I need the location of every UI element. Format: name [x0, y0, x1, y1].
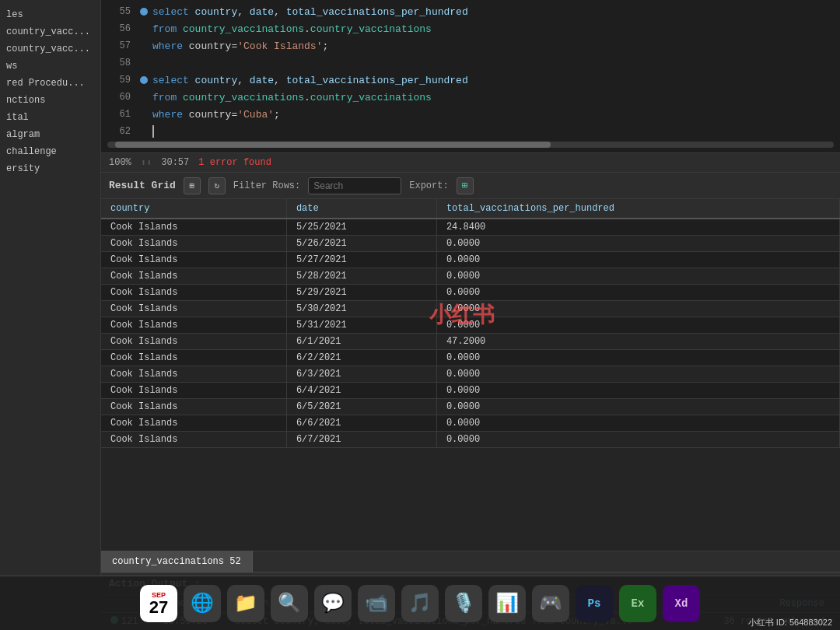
code-text-56: from country_vaccinations.country_vaccin… — [152, 23, 432, 35]
sidebar-item-ws[interactable]: ws — [0, 58, 100, 75]
table-cell: 0.0000 — [436, 236, 839, 252]
table-cell: 0.0000 — [436, 350, 839, 366]
table-cell: 6/6/2021 — [286, 415, 436, 432]
col-date: date — [286, 199, 436, 219]
line-num-56: 56 — [107, 23, 131, 34]
dock-calendar[interactable]: SEP 27 — [140, 585, 177, 622]
table-cell: 0.0000 — [436, 415, 839, 432]
dock-charts[interactable]: 📊 — [488, 585, 526, 622]
dock-facetime[interactable]: 📹 — [358, 585, 395, 622]
tab-country-vaccinations[interactable]: country_vaccinations 52 — [101, 551, 253, 572]
dock-excel[interactable]: Ex — [619, 585, 656, 622]
sidebar-item-algram[interactable]: algram — [0, 126, 100, 143]
table-cell: 24.8400 — [436, 219, 839, 236]
code-line-59: 59 select country, date, total_vaccinati… — [101, 72, 840, 89]
sidebar-item-nctions[interactable]: nctions — [0, 92, 100, 109]
table-cell: Cook Islands — [101, 399, 286, 415]
table-cell: 0.0000 — [436, 252, 839, 268]
dock-watermark-label: 小红书 ID: 564883022 — [748, 617, 832, 628]
result-toolbar: Result Grid ⊞ ↻ Filter Rows: Export: ⊞ — [101, 173, 840, 199]
table-cell: Cook Islands — [101, 350, 286, 366]
dock-photos[interactable]: 🔍 — [271, 585, 308, 622]
text-cursor — [152, 125, 154, 138]
sidebar-item-les[interactable]: les — [0, 6, 100, 23]
screen: les country_vacc... country_vacc... ws r… — [0, 0, 840, 630]
line-num-55: 55 — [107, 6, 131, 17]
dock-messages[interactable]: 💬 — [314, 585, 352, 622]
col-total-vacc: total_vaccinations_per_hundred — [436, 199, 839, 219]
code-text-59: select country, date, total_vaccinations… — [152, 75, 468, 86]
code-line-55: 55 select country, date, total_vaccinati… — [101, 3, 840, 20]
code-line-58: 58 — [101, 54, 840, 72]
zoom-level: 100% — [109, 157, 131, 168]
dock-game[interactable]: 🎮 — [532, 585, 569, 622]
table-cell: 6/5/2021 — [286, 399, 436, 415]
error-indicator: 1 error found — [198, 157, 271, 168]
refresh-btn[interactable]: ↻ — [208, 177, 226, 194]
line-num-57: 57 — [107, 40, 131, 51]
export-label: Export: — [409, 180, 448, 191]
table-cell: 5/25/2021 — [286, 219, 436, 236]
editor-scrollbar[interactable] — [107, 142, 834, 148]
code-text-57: where country='Cook Islands'; — [152, 40, 328, 52]
code-line-56: 56 from country_vaccinations.country_vac… — [101, 20, 840, 37]
table-cell: Cook Islands — [101, 268, 286, 285]
sidebar-item-rp[interactable]: red Procedu... — [0, 75, 100, 92]
sidebar-item-challenge[interactable]: challenge — [0, 143, 100, 160]
dock: SEP 27 🌐 📁 🔍 💬 📹 🎵 🎙️ 📊 🎮 Ps Ex Xd 小红书 I… — [0, 576, 840, 630]
code-text-61: where country='Cuba'; — [152, 109, 280, 121]
table-cell: Cook Islands — [101, 366, 286, 383]
table-cell: Cook Islands — [101, 285, 286, 301]
code-line-61: 61 where country='Cuba'; — [101, 106, 840, 123]
table-cell: 5/28/2021 — [286, 268, 436, 285]
grid-view-btn[interactable]: ⊞ — [184, 177, 201, 194]
dock-podcast[interactable]: 🎙️ — [445, 585, 482, 622]
line-dot-55 — [140, 8, 148, 16]
table-cell: 6/2/2021 — [286, 350, 436, 366]
table-cell: Cook Islands — [101, 432, 286, 448]
status-bar: 100% ⬆⬇ 30:57 1 error found — [101, 152, 840, 173]
sidebar-item-cv2[interactable]: country_vacc... — [0, 40, 100, 58]
sidebar-item-ersity[interactable]: ersity — [0, 160, 100, 177]
dock-ps[interactable]: Ps — [576, 585, 613, 622]
table-cell: 5/30/2021 — [286, 301, 436, 317]
table-row: Cook Islands5/27/20210.0000 — [101, 252, 840, 268]
table-row: Cook Islands5/30/20210.0000 — [101, 301, 840, 317]
table-cell: Cook Islands — [101, 236, 286, 252]
table-row: Cook Islands5/25/202124.8400 — [101, 219, 840, 236]
code-line-57: 57 where country='Cook Islands'; — [101, 37, 840, 54]
table-row: Cook Islands5/31/20210.0000 — [101, 317, 840, 334]
table-row: Cook Islands6/3/20210.0000 — [101, 366, 840, 383]
dock-finder[interactable]: 🌐 — [184, 585, 221, 622]
sidebar-item-cv1[interactable]: country_vacc... — [0, 23, 100, 40]
data-table-container: country date total_vaccinations_per_hund… — [101, 199, 840, 551]
filter-rows-label: Filter Rows: — [233, 180, 300, 191]
table-cell: 0.0000 — [436, 268, 839, 285]
line-num-60: 60 — [107, 92, 131, 103]
code-line-62: 62 — [101, 123, 840, 140]
result-table: country date total_vaccinations_per_hund… — [101, 199, 840, 448]
table-cell: Cook Islands — [101, 252, 286, 268]
search-input[interactable] — [308, 177, 401, 194]
col-country: country — [101, 199, 286, 219]
table-cell: 0.0000 — [436, 383, 839, 399]
dock-music[interactable]: 🎵 — [401, 585, 439, 622]
table-row: Cook Islands5/26/20210.0000 — [101, 236, 840, 252]
table-cell: Cook Islands — [101, 301, 286, 317]
code-line-60: 60 from country_vaccinations.country_vac… — [101, 89, 840, 106]
export-btn[interactable]: ⊞ — [457, 177, 474, 194]
dock-day: 27 — [149, 599, 168, 616]
result-area: Result Grid ⊞ ↻ Filter Rows: Export: ⊞ c… — [101, 173, 840, 630]
dock-files[interactable]: 📁 — [227, 585, 264, 622]
code-text-55: select country, date, total_vaccinations… — [152, 6, 468, 18]
table-cell: Cook Islands — [101, 383, 286, 399]
table-cell: 0.0000 — [436, 366, 839, 383]
table-cell: 5/29/2021 — [286, 285, 436, 301]
table-row: Cook Islands6/1/202147.2000 — [101, 334, 840, 350]
table-cell: 5/26/2021 — [286, 236, 436, 252]
table-cell: 6/4/2021 — [286, 383, 436, 399]
table-cell: 0.0000 — [436, 432, 839, 448]
dock-xd[interactable]: Xd — [663, 585, 700, 622]
line-num-59: 59 — [107, 75, 131, 86]
sidebar-item-ital[interactable]: ital — [0, 109, 100, 126]
